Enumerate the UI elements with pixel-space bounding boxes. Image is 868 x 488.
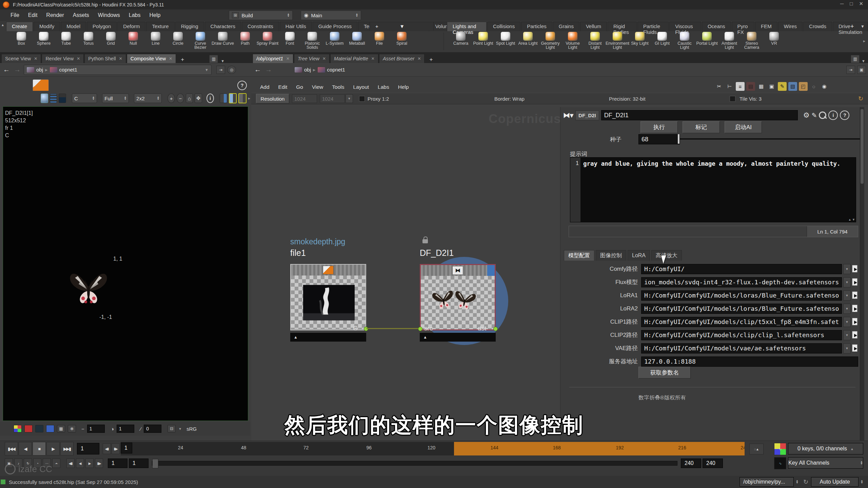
shelf-tool[interactable]: Circle — [167, 32, 189, 52]
shelf-tool[interactable]: Path — [234, 32, 256, 52]
resolution-dropdown-icon[interactable]: ▼ — [346, 94, 353, 103]
seed-slider-handle[interactable] — [678, 134, 679, 144]
close-tab-icon[interactable]: ✕ — [34, 56, 37, 61]
param-value-field[interactable]: ion_models/svdq-int4_r32-flux.1-depth-de… — [641, 277, 842, 287]
resolution-y-field[interactable]: 1024 — [320, 94, 345, 103]
file1-node-header[interactable] — [291, 265, 366, 276]
pane-layout-icon[interactable]: ▥ — [209, 55, 218, 63]
param-dropdown-icon[interactable]: ▼ — [843, 277, 851, 287]
animation-curves-icon[interactable]: ∿ — [774, 457, 786, 469]
network-menu-item[interactable]: Tools — [328, 83, 348, 91]
fetch-params-button[interactable]: 获取参数名 — [638, 367, 691, 379]
path-spinner[interactable]: ▲▼ — [796, 480, 798, 484]
shelf-tab[interactable]: Rigid Bodies — [608, 22, 637, 31]
viewer-file-icon[interactable] — [33, 79, 49, 92]
shelf-tab[interactable]: Model — [61, 22, 86, 31]
action-button[interactable]: 标记 — [683, 121, 720, 133]
radial-spinner[interactable]: ▲▼ — [355, 13, 358, 17]
key-all-channels-select[interactable]: Key All Channels▲▼ — [788, 457, 863, 469]
shelf-tab[interactable]: Particle Fluids — [637, 22, 669, 31]
shelf-tool[interactable]: Line — [144, 32, 167, 52]
network-menu-item[interactable]: Edit — [274, 83, 292, 91]
shelf-tool[interactable]: VR — [763, 32, 785, 52]
node-name-field[interactable]: DF_D2I1 — [601, 110, 798, 120]
shelf-tool[interactable]: Draw Curve — [212, 32, 234, 52]
step-fwd-button[interactable]: ▶ — [85, 459, 94, 468]
gear-icon[interactable]: ⚙ — [803, 111, 810, 119]
file-chooser-icon[interactable] — [851, 278, 860, 287]
menu-item[interactable]: Edit — [24, 11, 42, 19]
network-menu-item[interactable]: Labs — [374, 83, 393, 91]
shelf-tool[interactable]: Curve Bezier — [189, 32, 212, 52]
shelf-tab[interactable]: Texture — [146, 22, 174, 31]
snapshot-icon[interactable]: ▣ — [857, 66, 866, 74]
frame-ruler[interactable]: 24487296120144168192216240 1 — [121, 442, 745, 455]
node-flag-blue[interactable] — [487, 265, 495, 276]
shelf-tab[interactable]: Hair Utils — [280, 22, 312, 31]
new-tab-button[interactable]: + — [177, 56, 188, 63]
pane-tab[interactable]: Python Shell ✕ — [84, 54, 126, 63]
network-menu-item[interactable]: Go — [292, 83, 307, 91]
shelf-tab[interactable]: Polygon — [87, 22, 117, 31]
shelf-tool[interactable]: Area Light — [517, 32, 539, 52]
file-chooser-icon[interactable] — [851, 317, 860, 327]
menu-item[interactable]: Help — [145, 11, 165, 19]
close-tab-icon[interactable]: ✕ — [371, 56, 375, 61]
param-value-field[interactable]: H:/ComfyUI/ComfyUI/models/clip/t5xxl_fp8… — [641, 317, 842, 327]
shelf-tab[interactable]: Modify — [34, 22, 60, 31]
action-button[interactable]: 启动AI — [725, 121, 762, 133]
shelf-tool[interactable]: File — [368, 32, 391, 52]
play-button[interactable]: ▶ — [46, 442, 60, 455]
node-name-label[interactable]: file1 — [290, 248, 306, 258]
file-chooser-icon[interactable] — [851, 330, 860, 340]
recook-icon[interactable]: ↻ — [858, 95, 863, 102]
shelf-add-tab-right-button[interactable]: + — [850, 23, 854, 30]
action-button[interactable]: 执行 — [640, 121, 678, 133]
pane-tab[interactable]: /obj/copnet1 ✕ — [253, 54, 293, 63]
network-menu-item[interactable]: Layout — [349, 83, 373, 91]
shelf-tool[interactable]: Box — [10, 32, 33, 52]
back-icon[interactable]: ← — [2, 66, 11, 74]
layout-single-icon[interactable] — [220, 94, 227, 103]
prompt-editor[interactable]: 1 gray and blue, giving the whole image … — [570, 157, 856, 222]
timeline-zoom-icon[interactable]: ◌▲ — [749, 444, 764, 454]
shelf-add-tab-button[interactable]: + ▼ — [370, 22, 434, 30]
update-mode-select[interactable]: Auto Update — [811, 477, 859, 487]
shelf-tool[interactable]: Grid — [100, 32, 122, 52]
file-chooser-icon[interactable] — [851, 264, 860, 274]
breadcrumb[interactable]: obj ▸ copnet1 — [292, 65, 386, 75]
minimize-button[interactable]: ─ — [840, 1, 844, 7]
shelf-tab[interactable]: Grains — [553, 22, 579, 31]
param-scrollbar[interactable] — [860, 107, 864, 441]
playbar-slider[interactable] — [152, 461, 677, 466]
shelf-tab[interactable]: FEM — [755, 22, 777, 31]
next-key-button[interactable]: ▮▶ — [112, 443, 120, 454]
pane-tab[interactable]: Scene View ✕ — [1, 54, 41, 63]
shelf-tool[interactable]: Tube — [55, 32, 77, 52]
menu-item[interactable]: File — [6, 11, 24, 19]
shelf-scroll-up-icon[interactable]: ▲ — [1, 23, 4, 27]
resolution-button[interactable]: Resolution — [256, 94, 289, 103]
range-start2-field[interactable]: 1 — [129, 459, 149, 468]
param-value-field[interactable]: H:/ComfyUI/ComfyUI/models/loras/Blue_Fut… — [641, 290, 842, 301]
proxy-checkbox[interactable] — [359, 96, 365, 102]
tilevis-checkbox[interactable] — [730, 96, 735, 102]
zoom-out-icon[interactable]: − — [177, 94, 184, 103]
pane-layout-icon[interactable]: ▥ — [851, 55, 860, 63]
dst-port[interactable] — [493, 327, 498, 331]
range-end-field[interactable]: 240 — [681, 459, 701, 468]
background-image-icon[interactable]: ▧ — [788, 82, 797, 91]
follow-selection-icon[interactable]: ◎ — [227, 66, 236, 74]
shelf-tool[interactable]: Metaball — [346, 32, 368, 52]
node-wire[interactable] — [367, 328, 421, 329]
network-menu-item[interactable]: Help — [394, 83, 413, 91]
shelf-tab[interactable]: Pyro FX — [732, 22, 755, 31]
tree-view-icon[interactable]: ⊢ — [725, 82, 734, 91]
param-value-field[interactable]: 127.0.0.1:8188 — [641, 357, 858, 367]
layout-quad-icon[interactable] — [238, 93, 246, 103]
shelf-tab[interactable]: Collisions — [487, 22, 520, 31]
shelf-tab[interactable]: Deform — [117, 22, 145, 31]
df-node-header[interactable]: ⧓ — [421, 265, 495, 276]
list-mode-icon[interactable]: ≡ — [736, 82, 745, 91]
keyframe-options-icon[interactable]: ↻ — [774, 443, 786, 455]
